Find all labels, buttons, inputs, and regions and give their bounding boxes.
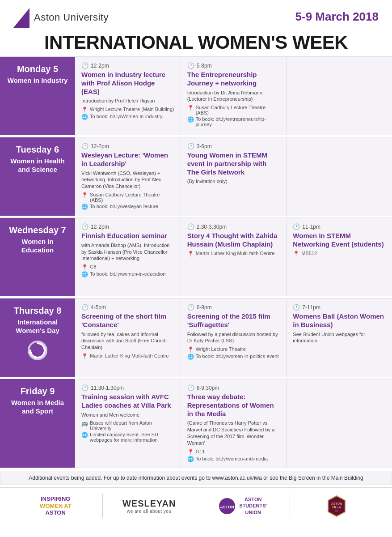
- venue-icon: 📍: [81, 353, 88, 359]
- event-desc: (Game of Thrones vs Harry Potter vs Marv…: [187, 420, 280, 446]
- event-title: Womens Ball (Aston Women in Business): [293, 312, 386, 329]
- wesleyan-main: WESLEYAN: [122, 499, 176, 509]
- event-cell: 🕐4-5pmScreening of the short film 'Const…: [75, 298, 181, 377]
- event-cell: 🕐12-2pmFinnish Education seminarwith Ama…: [75, 218, 181, 296]
- event-cell: 🕐6-9.30pmThree way debate: Representatio…: [181, 379, 287, 468]
- time-text: 12-2pm: [91, 224, 109, 230]
- event-venue: 📍Wright Lecture Theatre: [187, 346, 280, 353]
- event-desc: Followed by a panel discussion hosted by…: [187, 331, 280, 345]
- time-text: 2.30-3.30pm: [197, 224, 227, 230]
- day-col-tuesday: Tuesday 6Women in Health and Science: [0, 137, 75, 216]
- event-desc: Women and Men welcome: [81, 412, 174, 418]
- event-time: 🕐12-2pm: [81, 62, 174, 69]
- event-title: Wesleyan Lecture: 'Women in Leadership': [81, 151, 174, 168]
- svg-text:VILLA: VILLA: [332, 506, 341, 509]
- venue-icon: 🚌: [81, 420, 88, 426]
- time-text: 12-2pm: [91, 143, 109, 149]
- venue-icon: 📍: [187, 346, 194, 353]
- clock-icon: 🕐: [81, 62, 89, 69]
- book-text: To book: bit.ly/wesleyan-lecture: [90, 204, 158, 209]
- event-row-thursday: Thursday 8International Women's Day🕐4-5p…: [0, 298, 392, 377]
- venue-text: MB512: [301, 251, 317, 256]
- wesleyan-sub: we are all about you: [122, 509, 176, 514]
- svg-marker-0: [13, 8, 30, 28]
- book-icon: 🌐: [81, 204, 88, 210]
- clock-icon: 🕐: [187, 304, 194, 311]
- day-name: Wednesday 7: [9, 225, 66, 235]
- venue-text: Susan Cadbury Lecture Theatre (ABS): [90, 192, 174, 203]
- time-text: 6-9.30pm: [197, 385, 219, 391]
- event-venue: 📍Martin Luther King Multi-faith Centre: [81, 353, 174, 359]
- events-area-friday: 🕐11.30-1.30pmTraining session with AVFC …: [75, 379, 392, 468]
- venue-text: Buses will depart from Aston University: [90, 420, 174, 431]
- book-icon: 🌐: [81, 271, 88, 277]
- event-title: Finnish Education seminar: [81, 232, 174, 240]
- avfc-logo: ASTON VILLA FC: [290, 494, 384, 518]
- venue-text: Susan Cadbury Lecture Theatre (ABS): [196, 105, 280, 115]
- day-col-wednesday: Wednesday 7Women in Education: [0, 218, 75, 296]
- event-cell: 🕐12-2pmWesleyan Lecture: 'Women in Leade…: [75, 137, 181, 216]
- event-book: 🌐Limited capacity event. See SU webpages…: [81, 432, 174, 443]
- event-venue: 📍Susan Cadbury Lecture Theatre (ABS): [187, 105, 280, 115]
- header: Aston University 5-9 March 2018: [0, 0, 392, 31]
- event-title: Women in Industry lecture with Prof Alis…: [81, 71, 174, 96]
- events-area-wednesday: 🕐12-2pmFinnish Education seminarwith Ama…: [75, 218, 392, 296]
- event-desc: Vicki Wentworth (CSO, Wesleyan) + networ…: [81, 170, 174, 190]
- event-cell: 🕐11.30-1.30pmTraining session with AVFC …: [75, 379, 181, 468]
- event-venue: 📍Martin Luther King Multi-faith Centre: [187, 251, 280, 257]
- event-row-friday: Friday 9Women in Media and Sport🕐11.30-1…: [0, 379, 392, 468]
- event-venue: 📍Wright Lecture Theatre (Main Building): [81, 107, 174, 113]
- event-cell: [286, 57, 392, 135]
- book-text: To book: bit.ly/women-in-politics-event: [196, 354, 279, 359]
- event-time: 🕐2.30-3.30pm: [187, 223, 280, 230]
- clock-icon: 🕐: [187, 384, 194, 391]
- avfc-badge: ASTON VILLA FC: [326, 494, 347, 518]
- wesleyan-text: WESLEYAN we are all about you: [122, 499, 176, 514]
- venue-icon: 📍: [187, 105, 194, 111]
- venue-text: Wright Lecture Theatre (Main Building): [90, 107, 174, 112]
- clock-icon: 🕐: [293, 223, 300, 230]
- inspiring-logo: INSPIRINGWOMEN ATASTON: [9, 494, 103, 518]
- event-venue: 🚌Buses will depart from Aston University: [81, 420, 174, 431]
- day-name: Tuesday 6: [16, 145, 59, 154]
- clock-icon: 🕐: [81, 223, 89, 230]
- event-book: 🌐To book: bit.ly/women-in-education: [81, 271, 174, 277]
- book-icon: 🌐: [81, 114, 88, 120]
- event-desc: (By invitation only): [187, 178, 280, 185]
- venue-icon: 📍: [187, 449, 194, 455]
- venue-text: Martin Luther King Multi-faith Centre: [196, 251, 275, 256]
- venue-text: Martin Luther King Multi-faith Centre: [90, 353, 169, 358]
- time-text: 5-8pm: [197, 63, 212, 69]
- event-time: 🕐6-9.30pm: [187, 384, 280, 391]
- event-title: Young Women in STEMM event in partnershi…: [187, 151, 280, 176]
- svg-text:ASTON: ASTON: [331, 502, 342, 505]
- event-venue: 📍G11: [187, 449, 280, 455]
- footer-logos: INSPIRINGWOMEN ATASTON WESLEYAN we are a…: [0, 487, 392, 523]
- day-name: Thursday 8: [14, 306, 62, 315]
- event-title: Women In STEMM Networking Event (student…: [293, 232, 386, 249]
- event-cell: 🕐12-2pmWomen in Industry lecture with Pr…: [75, 57, 181, 135]
- book-text: To book: bit.ly/entrepreneurship-journey: [196, 116, 280, 127]
- events-area-monday: 🕐12-2pmWomen in Industry lecture with Pr…: [75, 57, 392, 135]
- event-row-tuesday: Tuesday 6Women in Health and Science🕐12-…: [0, 137, 392, 216]
- venue-icon: 📍: [187, 251, 194, 257]
- day-col-monday: Monday 5Women in Industry: [0, 57, 75, 135]
- venue-text: G11: [196, 449, 205, 454]
- venue-icon: 📍: [81, 192, 88, 198]
- logo-triangle: Aston University: [13, 8, 109, 28]
- day-name: Friday 9: [21, 386, 55, 396]
- event-venue: 📍MB512: [293, 251, 386, 257]
- event-cell: 🕐11-1pmWomen In STEMM Networking Event (…: [286, 218, 392, 296]
- aston-triangle-icon: [13, 8, 30, 28]
- book-icon: 🌐: [187, 354, 194, 360]
- event-time: 🕐3-6pm: [187, 143, 280, 149]
- date-text: 5-9 March 2018: [295, 10, 379, 24]
- clock-icon: 🕐: [81, 143, 89, 149]
- svg-text:ASTON: ASTON: [220, 505, 234, 509]
- day-theme: Women in Health and Science: [6, 157, 69, 174]
- book-text: To book: bit.ly/Women-in-industry: [90, 114, 162, 119]
- event-book: 🌐To book: bit.ly/Women-in-industry: [81, 114, 174, 120]
- venue-text: G8: [90, 264, 97, 269]
- book-text: To book: bit.ly/women-in-education: [90, 271, 165, 277]
- event-title: Screening of the 2015 film 'Suffragettes…: [187, 312, 280, 329]
